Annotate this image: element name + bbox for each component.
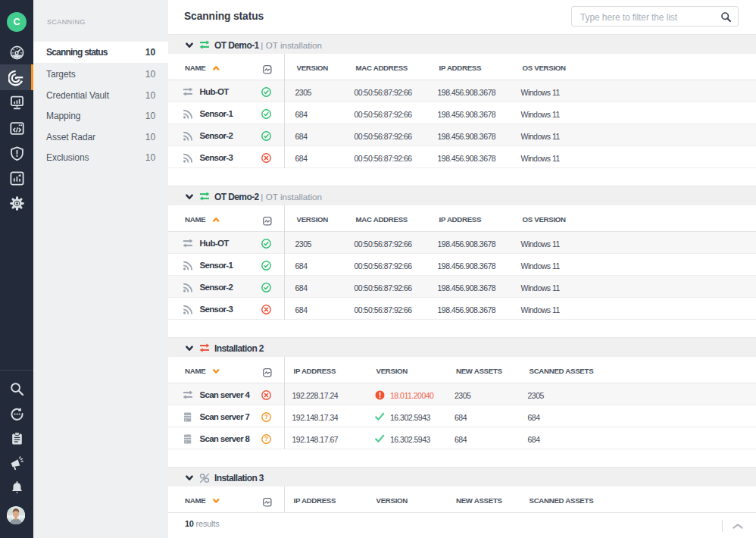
svg-text:?: ? [264,414,268,421]
svg-text:?: ? [264,436,268,443]
